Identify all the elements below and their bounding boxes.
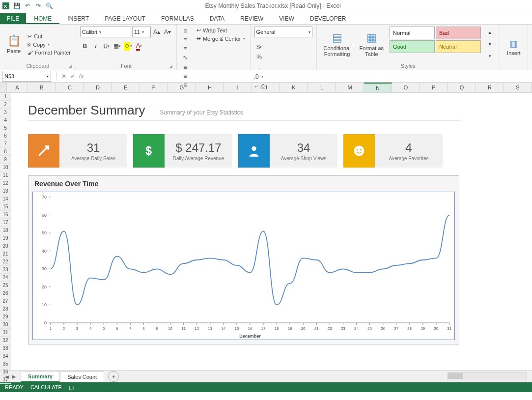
row-header-30[interactable]: 30 [0, 321, 11, 329]
col-header-I[interactable]: I [224, 83, 252, 92]
bold-icon[interactable]: B [80, 41, 90, 51]
tab-review[interactable]: REVIEW [232, 13, 271, 24]
col-header-D[interactable]: D [84, 83, 112, 92]
select-all-corner[interactable] [0, 83, 7, 92]
row-header-36[interactable]: 36 [0, 368, 11, 376]
col-header-C[interactable]: C [56, 83, 84, 92]
macro-record-icon[interactable]: ▢ [69, 384, 74, 391]
sheet-tab-sales-count[interactable]: Sales Count [60, 371, 104, 382]
col-header-P[interactable]: P [420, 83, 448, 92]
cut-button[interactable]: ✂Cut [27, 33, 72, 40]
row-header-24[interactable]: 24 [0, 274, 11, 282]
row-header-33[interactable]: 33 [0, 344, 11, 352]
new-sheet-button[interactable]: ＋ [108, 371, 119, 382]
font-size-combo[interactable]: 11▾ [132, 27, 151, 37]
save-icon[interactable]: 💾 [13, 2, 21, 10]
merge-center-button[interactable]: ⬌Merge & Center▾ [196, 35, 246, 42]
col-header-J[interactable]: J [252, 83, 280, 92]
row-header-32[interactable]: 32 [0, 337, 11, 344]
tab-data[interactable]: DATA [202, 13, 232, 24]
col-header-B[interactable]: B [28, 83, 56, 92]
align-middle-icon[interactable]: ≡ [181, 35, 190, 44]
decrease-font-icon[interactable]: A▾ [163, 27, 172, 37]
row-header-21[interactable]: 21 [0, 250, 11, 258]
percent-format-icon[interactable]: % [254, 52, 264, 62]
insert-cells-button[interactable]: ▥Insert [504, 27, 524, 68]
align-left-icon[interactable]: ≡ [181, 63, 190, 72]
conditional-formatting-button[interactable]: ▤Conditional Formatting [321, 27, 354, 62]
horizontal-scrollbar[interactable] [119, 372, 532, 380]
row-header-16[interactable]: 16 [0, 211, 11, 219]
style-neutral[interactable]: Neutral [436, 40, 481, 53]
row-header-19[interactable]: 19 [0, 234, 11, 242]
styles-up-icon[interactable]: ▲ [485, 28, 495, 37]
comma-format-icon[interactable]: , [254, 62, 264, 72]
tab-insert[interactable]: INSERT [59, 13, 97, 24]
cancel-formula-icon[interactable]: ✕ [61, 73, 66, 80]
font-dialog-launcher[interactable]: ◢ [169, 64, 172, 69]
italic-icon[interactable]: I [91, 41, 101, 51]
row-header-23[interactable]: 23 [0, 266, 11, 274]
row-header-18[interactable]: 18 [0, 227, 11, 234]
underline-icon[interactable]: U▾ [102, 41, 112, 51]
sheet-tab-summary[interactable]: Summary [21, 371, 60, 382]
row-header-14[interactable]: 14 [0, 195, 11, 203]
row-header-1[interactable]: 1 [0, 93, 11, 101]
col-header-A[interactable]: A [7, 83, 28, 92]
row-header-13[interactable]: 13 [0, 187, 11, 195]
tab-file[interactable]: FILE [0, 13, 26, 24]
col-header-O[interactable]: O [392, 83, 420, 92]
col-header-R[interactable]: R [476, 83, 504, 92]
row-header-7[interactable]: 7 [0, 140, 11, 148]
name-box[interactable]: N53▾ [2, 71, 51, 82]
paste-button[interactable]: 📋 Paste [4, 27, 24, 62]
row-header-25[interactable]: 25 [0, 282, 11, 289]
row-header-35[interactable]: 35 [0, 360, 11, 368]
tab-formulas[interactable]: FORMULAS [153, 13, 202, 24]
row-header-27[interactable]: 27 [0, 297, 11, 305]
row-header-31[interactable]: 31 [0, 329, 11, 337]
row-header-20[interactable]: 20 [0, 242, 11, 250]
align-bottom-icon[interactable]: ≡ [181, 44, 190, 53]
col-header-F[interactable]: F [140, 83, 168, 92]
copy-button[interactable]: ⎘Copy▾ [27, 41, 72, 48]
wrap-text-button[interactable]: ↩Wrap Text [196, 27, 246, 34]
col-header-G[interactable]: G [168, 83, 196, 92]
row-header-8[interactable]: 8 [0, 148, 11, 156]
tab-home[interactable]: HOME [26, 13, 59, 24]
number-format-combo[interactable]: General▾ [254, 27, 312, 37]
tab-page-layout[interactable]: PAGE LAYOUT [97, 13, 153, 24]
enter-formula-icon[interactable]: ✓ [70, 73, 75, 80]
tab-nav-next-icon[interactable]: ▶ [12, 373, 16, 380]
col-header-Q[interactable]: Q [448, 83, 476, 92]
undo-icon[interactable]: ↶ [24, 2, 31, 10]
col-header-L[interactable]: L [308, 83, 336, 92]
row-header-9[interactable]: 9 [0, 156, 11, 164]
orientation-icon[interactable]: ⤡ [181, 53, 190, 62]
row-header-17[interactable]: 17 [0, 219, 11, 227]
fill-color-icon[interactable]: ◇▾ [123, 41, 133, 51]
row-header-5[interactable]: 5 [0, 124, 11, 132]
row-header-11[interactable]: 11 [0, 171, 11, 179]
row-header-3[interactable]: 3 [0, 109, 11, 116]
increase-font-icon[interactable]: A▴ [152, 27, 162, 37]
font-color-icon[interactable]: A▾ [134, 41, 144, 51]
row-header-29[interactable]: 29 [0, 313, 11, 321]
format-painter-button[interactable]: 🖌Format Painter [27, 49, 72, 56]
accounting-format-icon[interactable]: $▾ [254, 42, 264, 52]
style-bad[interactable]: Bad [436, 27, 481, 39]
row-header-22[interactable]: 22 [0, 258, 11, 266]
formula-input[interactable] [85, 71, 532, 81]
tab-developer[interactable]: DEVELOPER [302, 13, 354, 24]
row-header-4[interactable]: 4 [0, 116, 11, 124]
row-header-6[interactable]: 6 [0, 132, 11, 140]
style-good[interactable]: Good [390, 40, 435, 53]
font-name-combo[interactable]: Calibri▾ [80, 27, 131, 37]
borders-icon[interactable]: ▦▾ [112, 41, 122, 51]
col-header-N[interactable]: N [364, 83, 392, 92]
col-header-E[interactable]: E [112, 83, 140, 92]
tab-view[interactable]: VIEW [271, 13, 302, 24]
style-normal[interactable]: Normal [390, 27, 435, 39]
fx-icon[interactable]: fx [79, 73, 84, 80]
row-header-34[interactable]: 34 [0, 352, 11, 360]
